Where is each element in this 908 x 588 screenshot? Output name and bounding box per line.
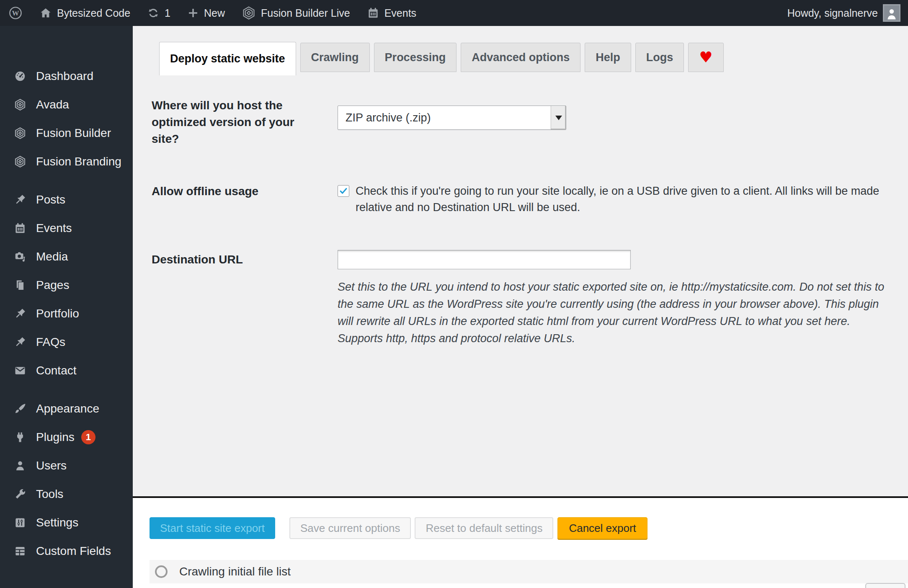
sidebar-item-users[interactable]: Users: [0, 451, 133, 480]
start-export-button[interactable]: Start static site export: [150, 517, 275, 539]
sidebar-item-label: Fusion Builder: [36, 126, 111, 140]
sidebar-separator: [0, 385, 133, 395]
plugins-update-badge: 1: [81, 430, 95, 444]
reset-defaults-button[interactable]: Reset to default settings: [415, 517, 553, 539]
pages-icon: [13, 279, 27, 292]
update-icon: [147, 7, 160, 19]
action-buttons-row: Start static site export Save current op…: [150, 517, 908, 539]
svg-text:W: W: [12, 9, 19, 17]
tab-crawling[interactable]: Crawling: [300, 43, 370, 72]
sidebar-item-fusion-builder[interactable]: Fusion Builder: [0, 119, 133, 147]
fusion-hexagon-icon: [242, 6, 256, 20]
sidebar-item-layerslider[interactable]: LayerSlider WP: [0, 585, 133, 588]
dashboard-icon: [13, 70, 27, 83]
destination-url-help: Set this to the URL you intend to host y…: [338, 279, 887, 347]
host-target-row: Where will you host the optimized versio…: [152, 97, 908, 147]
settings-tabs: Deploy static website Crawling Processin…: [159, 42, 908, 75]
events-label: Events: [384, 7, 416, 19]
export-status-row: Crawling initial file list: [150, 560, 908, 583]
sidebar-item-media[interactable]: Media: [0, 242, 133, 271]
host-target-select[interactable]: ZIP archive (.zip): [338, 106, 566, 130]
calendar-icon: [367, 7, 379, 19]
updates-count: 1: [165, 7, 170, 19]
sidebar-item-label: Media: [36, 250, 68, 263]
sidebar-item-faqs[interactable]: FAQs: [0, 328, 133, 356]
plus-icon: [187, 7, 199, 19]
events-toolbar-link[interactable]: Events: [367, 7, 416, 19]
sidebar-item-label: Custom Fields: [36, 544, 111, 558]
sidebar-item-label: Tools: [36, 487, 63, 501]
offline-usage-label: Allow offline usage: [152, 183, 338, 200]
sidebar-item-portfolio[interactable]: Portfolio: [0, 299, 133, 328]
sidebar-item-pages[interactable]: Pages: [0, 271, 133, 299]
plugins-icon: [13, 431, 27, 444]
host-target-selected-value: ZIP archive (.zip): [338, 111, 551, 124]
destination-url-row: Destination URL Set this to the URL you …: [152, 250, 908, 347]
destination-url-input[interactable]: [338, 250, 631, 269]
sidebar-item-label: Pages: [36, 279, 69, 292]
status-text: Crawling initial file list: [179, 565, 291, 578]
offline-usage-row: Allow offline usage Check this if you're…: [152, 183, 908, 216]
plugin-settings-page: Deploy static website Crawling Processin…: [133, 26, 908, 588]
tab-deploy-static-website[interactable]: Deploy static website: [159, 42, 296, 75]
sidebar-item-posts[interactable]: Posts: [0, 186, 133, 214]
avada-icon: [13, 98, 27, 111]
new-content-link[interactable]: New: [187, 7, 225, 19]
howdy-text: Howdy, signalnerve: [787, 7, 878, 19]
updates-link[interactable]: 1: [147, 7, 170, 19]
select-dropdown-button[interactable]: [551, 106, 566, 129]
contact-icon: [13, 364, 27, 377]
partial-hidden-button[interactable]: [865, 583, 905, 588]
sidebar-item-label: Portfolio: [36, 307, 79, 320]
sidebar-separator: [0, 575, 133, 585]
sidebar-item-events[interactable]: Events: [0, 214, 133, 242]
save-options-button[interactable]: Save current options: [289, 517, 411, 539]
sidebar-item-fusion-branding[interactable]: Fusion Branding: [0, 147, 133, 176]
sidebar-item-contact[interactable]: Contact: [0, 356, 133, 385]
offline-usage-description: Check this if you're going to run your s…: [356, 183, 881, 216]
tab-help[interactable]: Help: [585, 43, 631, 72]
sidebar-item-label: Avada: [36, 98, 69, 111]
site-name: Bytesized Code: [57, 7, 130, 19]
media-icon: [13, 250, 27, 263]
portfolio-icon: [13, 307, 27, 320]
host-target-label: Where will you host the optimized versio…: [152, 97, 338, 147]
sidebar-item-tools[interactable]: Tools: [0, 480, 133, 508]
fusion-builder-icon: [13, 126, 27, 140]
cancel-export-button[interactable]: Cancel export: [557, 517, 647, 539]
builder-label: Fusion Builder Live: [261, 7, 350, 19]
tab-advanced-options[interactable]: Advanced options: [461, 43, 580, 72]
chevron-down-icon: [555, 116, 562, 120]
events-icon: [13, 222, 27, 235]
tab-processing[interactable]: Processing: [374, 43, 457, 72]
sidebar-separator: [0, 176, 133, 186]
wordpress-logo-icon: W: [8, 6, 23, 20]
sidebar-item-avada[interactable]: Avada: [0, 90, 133, 119]
site-name-link[interactable]: Bytesized Code: [39, 7, 130, 19]
deploy-settings-form: Where will you host the optimized versio…: [152, 97, 908, 347]
tab-logs[interactable]: Logs: [635, 43, 684, 72]
sidebar-item-plugins[interactable]: Plugins 1: [0, 423, 133, 451]
wordpress-menu[interactable]: W: [8, 6, 23, 20]
admin-sidebar: Dashboard Avada Fusion Builder Fusion Br…: [0, 26, 133, 588]
sidebar-item-dashboard[interactable]: Dashboard: [0, 62, 133, 90]
fusion-builder-live-link[interactable]: Fusion Builder Live: [242, 6, 350, 20]
sidebar-item-appearance[interactable]: Appearance: [0, 395, 133, 423]
wordpress-admin: W Bytesized Code 1: [0, 0, 908, 588]
sidebar-item-custom-fields[interactable]: Custom Fields: [0, 537, 133, 565]
offline-usage-checkbox[interactable]: [338, 185, 349, 197]
tab-heart[interactable]: ♥: [688, 43, 723, 72]
sidebar-item-label: Appearance: [36, 402, 99, 415]
destination-url-label: Destination URL: [152, 250, 338, 269]
actions-section: Start static site export Save current op…: [133, 496, 908, 588]
sidebar-item-label: Contact: [36, 364, 77, 377]
my-account-menu[interactable]: Howdy, signalnerve: [787, 4, 900, 22]
fusion-branding-icon: [13, 155, 27, 168]
posts-icon: [13, 193, 27, 206]
sidebar-separator: [0, 565, 133, 575]
sidebar-item-label: Fusion Branding: [36, 155, 121, 168]
sidebar-item-label: FAQs: [36, 335, 65, 349]
settings-icon: [13, 516, 27, 529]
admin-bar: W Bytesized Code 1: [0, 0, 908, 26]
sidebar-item-settings[interactable]: Settings: [0, 508, 133, 537]
